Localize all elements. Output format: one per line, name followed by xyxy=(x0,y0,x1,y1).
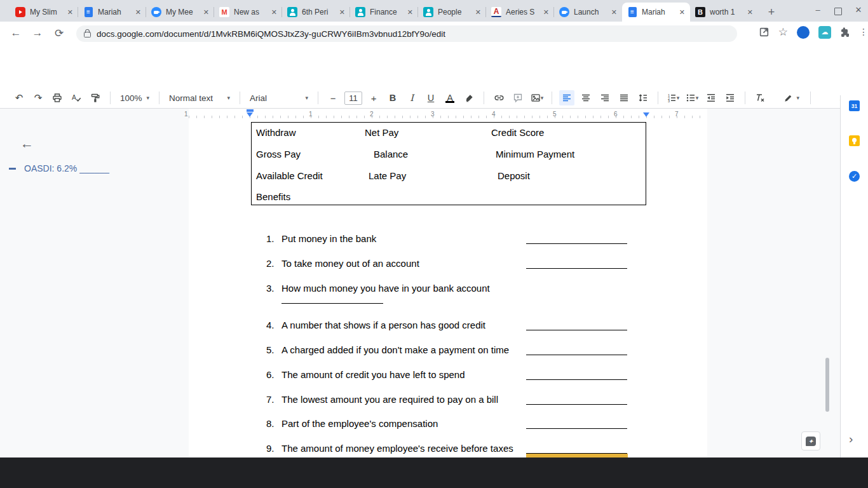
zoom-select[interactable]: 100%▾ xyxy=(118,93,152,103)
close-icon[interactable]: ✕ xyxy=(747,8,753,17)
forward-icon[interactable]: → xyxy=(27,27,48,39)
tab-people[interactable]: People✕ xyxy=(418,3,486,22)
answer-blank-2[interactable] xyxy=(526,259,627,269)
close-icon[interactable]: ✕ xyxy=(67,8,73,17)
close-icon[interactable]: ✕ xyxy=(135,8,141,17)
close-icon[interactable]: ✕ xyxy=(339,8,345,17)
restore-button[interactable] xyxy=(834,8,842,15)
chromebook-screen: My Slim✕ ≡Mariah✕ My Mee✕ MNew as✕ 6th P… xyxy=(0,0,868,488)
insert-link-icon[interactable] xyxy=(491,90,506,105)
question-9: 9.The amount of money employee's receive… xyxy=(266,443,513,454)
decrease-indent-icon[interactable] xyxy=(703,90,719,105)
close-icon[interactable]: ✕ xyxy=(543,8,549,17)
editing-mode-icon[interactable]: ▾ xyxy=(783,90,799,105)
align-left-button[interactable] xyxy=(559,90,574,105)
close-icon[interactable]: ✕ xyxy=(271,8,277,17)
tasks-icon[interactable]: ✓ xyxy=(849,171,860,182)
tab-worth[interactable]: Bworth 1✕ xyxy=(690,3,758,22)
keep-icon[interactable] xyxy=(849,135,860,146)
ruler[interactable]: 1 1 2 3 4 5 6 7 xyxy=(0,109,840,121)
word-bank-term: Withdraw xyxy=(256,127,296,138)
reload-icon[interactable]: ⟳ xyxy=(48,27,70,40)
redo-icon[interactable]: ↷ xyxy=(31,90,46,105)
question-7: 7.The lowest amount you are required to … xyxy=(266,394,498,405)
justify-button[interactable] xyxy=(616,90,632,105)
answer-blank-4[interactable] xyxy=(526,321,627,330)
minimize-button[interactable]: – xyxy=(812,5,824,15)
calendar-icon[interactable]: 31 xyxy=(849,100,860,111)
answer-blank-5[interactable] xyxy=(526,346,627,355)
underline-button[interactable]: U xyxy=(423,93,438,103)
tab-launch-meeting[interactable]: Launch✕ xyxy=(554,3,622,22)
answer-blank-3[interactable] xyxy=(281,294,383,304)
paragraph-style-select[interactable]: Normal text▾ xyxy=(166,93,233,103)
browser-actions: ☆ ☁ ⋮ xyxy=(759,25,863,39)
add-comment-icon[interactable] xyxy=(510,90,526,105)
close-icon[interactable]: ✕ xyxy=(203,8,209,17)
tab-6th-period[interactable]: 6th Peri✕ xyxy=(282,3,350,22)
paint-format-icon[interactable] xyxy=(88,90,103,105)
browser-menu-icon[interactable]: ⋮ xyxy=(859,30,863,34)
question-5: 5.A charged added if you don't make a pa… xyxy=(266,344,509,355)
font-size-increase-button[interactable]: + xyxy=(366,90,381,105)
answer-blank-9[interactable] xyxy=(526,444,627,454)
close-icon[interactable]: ✕ xyxy=(475,8,481,17)
tab-finance[interactable]: Finance✕ xyxy=(350,3,418,22)
close-window-button[interactable]: ✕ xyxy=(853,5,864,15)
print-icon[interactable] xyxy=(50,90,65,105)
word-bank-term: Benefits xyxy=(256,191,290,202)
bold-button[interactable]: B xyxy=(385,93,400,103)
font-size-decrease-button[interactable]: − xyxy=(325,90,341,105)
answer-blank-8[interactable] xyxy=(526,419,627,429)
tab-aeries[interactable]: AAeries S✕ xyxy=(486,3,554,22)
bulleted-list-icon[interactable]: ▾ xyxy=(684,90,700,105)
address-bar[interactable]: docs.google.com/document/d/1MvkRBM6iQMOS… xyxy=(76,25,737,42)
cloud-extension-icon[interactable]: ☁ xyxy=(818,26,831,39)
tab-mariah-doc1[interactable]: ≡Mariah✕ xyxy=(78,3,146,22)
tab-new-assignment[interactable]: MNew as✕ xyxy=(214,3,282,22)
contact-icon xyxy=(355,7,365,17)
bookmark-star-icon[interactable]: ☆ xyxy=(778,25,788,39)
document-scrollbar[interactable] xyxy=(825,358,829,412)
spellcheck-icon[interactable]: A xyxy=(69,90,84,105)
left-indent-marker[interactable] xyxy=(247,112,253,117)
close-icon[interactable]: ✕ xyxy=(611,8,617,17)
gmail-icon: M xyxy=(219,7,229,17)
explore-button[interactable]: ✦ xyxy=(801,431,820,451)
tab-my-meetings[interactable]: My Mee✕ xyxy=(146,3,214,22)
new-tab-button[interactable]: + xyxy=(764,4,779,20)
numbered-list-icon[interactable]: 123▾ xyxy=(665,90,681,105)
text-color-button[interactable]: A xyxy=(442,93,458,103)
close-icon[interactable]: ✕ xyxy=(407,8,413,17)
increase-indent-icon[interactable] xyxy=(722,90,738,105)
lock-icon[interactable] xyxy=(84,32,91,37)
line-spacing-icon[interactable] xyxy=(635,90,651,105)
font-family-select[interactable]: Arial▾ xyxy=(247,93,311,103)
align-center-button[interactable] xyxy=(578,90,593,105)
back-icon[interactable]: ← xyxy=(5,27,27,39)
undo-icon[interactable]: ↶ xyxy=(11,90,27,105)
right-indent-marker[interactable] xyxy=(643,112,649,117)
clear-formatting-icon[interactable] xyxy=(752,90,768,105)
insert-image-icon[interactable]: ▾ xyxy=(529,90,545,105)
word-bank-table[interactable]: Withdraw Net Pay Credit Score Gross Pay … xyxy=(251,122,646,205)
align-right-button[interactable] xyxy=(597,90,613,105)
extensions-puzzle-icon[interactable] xyxy=(840,27,850,37)
first-line-indent-marker[interactable] xyxy=(247,109,254,112)
close-outline-icon[interactable]: ← xyxy=(20,136,34,151)
answer-blank-7[interactable] xyxy=(526,395,627,405)
hide-side-panel-icon[interactable]: › xyxy=(849,432,853,446)
answer-blank-1[interactable] xyxy=(526,234,627,244)
document-area: ← OASDI: 6.2% ______ Withdraw Net Pay Cr… xyxy=(0,121,840,458)
tab-my-slime[interactable]: My Slim✕ xyxy=(10,3,78,22)
open-in-icon[interactable] xyxy=(759,27,770,37)
close-icon[interactable]: ✕ xyxy=(679,8,685,17)
font-size-input[interactable]: 11 xyxy=(344,92,362,105)
tab-mariah-doc-active[interactable]: ≡Mariah✕ xyxy=(622,3,690,22)
word-bank-term: Gross Pay xyxy=(256,149,301,159)
shield-extension-icon[interactable] xyxy=(797,26,810,39)
highlight-color-icon[interactable] xyxy=(461,90,477,105)
outline-item-oasdi[interactable]: OASDI: 6.2% ______ xyxy=(24,163,109,173)
answer-blank-6[interactable] xyxy=(526,370,627,380)
italic-button[interactable]: I xyxy=(404,93,419,103)
